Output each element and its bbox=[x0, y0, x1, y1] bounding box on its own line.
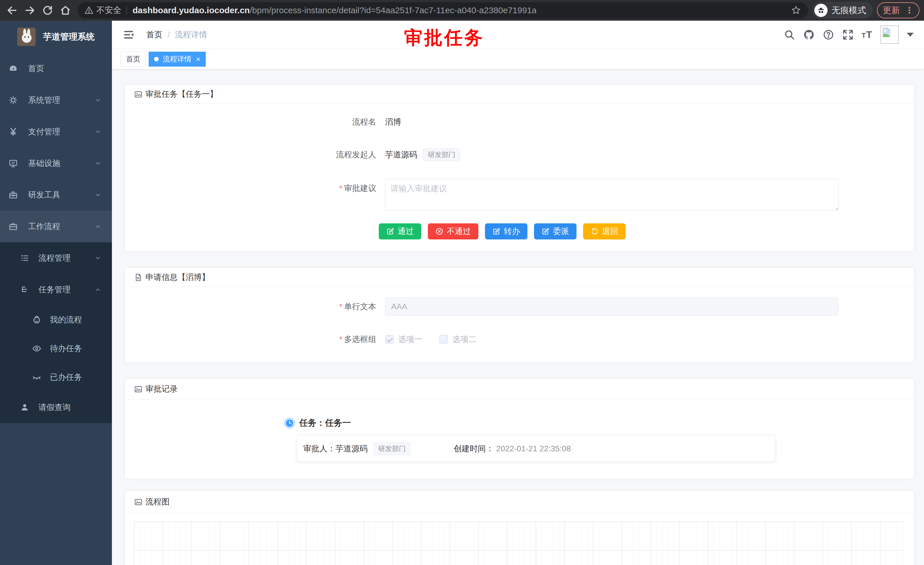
document-icon bbox=[134, 273, 142, 282]
chevron-down-icon bbox=[95, 97, 101, 103]
chevron-down-icon bbox=[95, 129, 101, 135]
face-icon bbox=[32, 315, 41, 325]
clock-icon bbox=[284, 418, 295, 429]
chevron-down-icon bbox=[95, 160, 101, 167]
sidebar-item-done-tasks[interactable]: 已办任务 bbox=[0, 363, 112, 392]
create-time-value: 2022-01-21 22:35:08 bbox=[496, 444, 571, 453]
yen-icon bbox=[9, 127, 18, 136]
card-title: 申请信息【滔博】 bbox=[146, 272, 210, 283]
not-secure-warning-icon bbox=[84, 6, 93, 15]
reject-button[interactable]: 不通过 bbox=[428, 223, 478, 239]
sidebar-item-workflow[interactable]: 工作流程 bbox=[0, 211, 112, 242]
home-icon[interactable] bbox=[60, 5, 71, 16]
sidebar-item-label: 研发工具 bbox=[28, 189, 60, 200]
sidebar-item-label: 请假查询 bbox=[39, 402, 70, 413]
card-title: 审批任务【任务一】 bbox=[146, 89, 218, 100]
sidebar-item-leave-query[interactable]: 请假查询 bbox=[0, 392, 112, 423]
card-title: 审批记录 bbox=[146, 383, 178, 394]
sidebar-item-infra[interactable]: 基础设施 bbox=[0, 147, 112, 179]
tag-close-icon[interactable]: × bbox=[196, 56, 200, 63]
checkbox-option-2[interactable] bbox=[440, 335, 448, 344]
security-label[interactable]: 不安全 bbox=[96, 5, 122, 16]
url-host: dashboard.yudao.iocoder.cn bbox=[133, 6, 250, 15]
chevron-up-icon bbox=[95, 287, 101, 293]
breadcrumb-home-link[interactable]: 首页 bbox=[146, 29, 162, 40]
sidebar-item-label: 首页 bbox=[28, 63, 44, 74]
initiator-label: 流程发起人 bbox=[125, 149, 376, 160]
app-logo-rabbit-avatar bbox=[17, 27, 36, 46]
suggestion-textarea[interactable] bbox=[385, 179, 838, 210]
card-header: 流程图 bbox=[125, 491, 914, 513]
url-path: /bpm/process-instance/detail?id=54aa251f… bbox=[250, 6, 536, 15]
assignee-label: 审批人： bbox=[303, 443, 336, 454]
breadcrumb-separator: / bbox=[168, 30, 170, 39]
back-icon[interactable] bbox=[6, 5, 18, 16]
fullscreen-icon[interactable] bbox=[842, 29, 854, 41]
sidebar-item-process-mgmt[interactable]: 流程管理 bbox=[0, 242, 112, 274]
sidebar-item-todo-tasks[interactable]: 待办任务 bbox=[0, 334, 112, 363]
sidebar-item-label: 我的流程 bbox=[50, 314, 82, 325]
suggestion-label: *审批建议 bbox=[125, 179, 376, 194]
dashboard-icon bbox=[9, 64, 18, 73]
main-content: 审批任务【任务一】 流程名 滔博 流程发起人 芋道源码 研发部门 *审批建议 通… bbox=[112, 69, 924, 565]
tree-icon bbox=[20, 285, 29, 294]
header-actions: TT bbox=[784, 26, 914, 44]
process-name-row: 流程名 滔博 bbox=[125, 116, 914, 128]
browser-update-button[interactable]: 更新 bbox=[877, 2, 920, 18]
sidebar-item-payment[interactable]: 支付管理 bbox=[0, 116, 112, 147]
sidebar-item-label: 系统管理 bbox=[28, 95, 60, 106]
single-text-input[interactable] bbox=[385, 298, 838, 316]
sidebar-item-my-process[interactable]: 我的流程 bbox=[0, 305, 112, 334]
sidebar: 芋道管理系统 首页 系统管理 支付管理 基础设施 研发工具 工作流程 流程管理 bbox=[0, 21, 112, 565]
edit-icon bbox=[386, 227, 394, 236]
sidebar-item-label: 工作流程 bbox=[28, 221, 60, 232]
create-time-label: 创建时间： bbox=[454, 443, 494, 454]
chevron-down-icon bbox=[95, 192, 101, 198]
required-mark: * bbox=[339, 335, 342, 344]
avatar-caret-down-icon[interactable] bbox=[907, 33, 914, 37]
initiator-row: 流程发起人 芋道源码 研发部门 bbox=[125, 149, 914, 161]
task-name-text: 任务：任务一 bbox=[299, 417, 351, 429]
sidebar-collapse-icon[interactable] bbox=[123, 29, 134, 41]
reload-icon[interactable] bbox=[42, 5, 53, 16]
tags-view-bar: 首页 流程详情 × bbox=[112, 49, 924, 69]
user-icon bbox=[20, 403, 29, 412]
card-header: 审批任务【任务一】 bbox=[125, 85, 914, 104]
single-text-row: *单行文本 bbox=[125, 298, 914, 316]
checkbox-group-row: *多选框组 选项一 选项二 bbox=[125, 334, 914, 345]
url-bar[interactable]: 不安全 dashboard.yudao.iocoder.cn/bpm/proce… bbox=[78, 2, 808, 18]
app-title: 芋道管理系统 bbox=[43, 31, 95, 43]
font-size-icon[interactable]: TT bbox=[862, 29, 872, 40]
transfer-button[interactable]: 转办 bbox=[485, 223, 527, 239]
search-icon[interactable] bbox=[784, 29, 795, 41]
app-logo-row[interactable]: 芋道管理系统 bbox=[0, 21, 112, 53]
url-text[interactable]: dashboard.yudao.iocoder.cn/bpm/process-i… bbox=[133, 6, 791, 15]
chevron-down-icon bbox=[95, 255, 101, 261]
approval-record-card: 审批记录 任务：任务一 审批人： 芋道源码 研发部门 创建时间： 2022-01… bbox=[124, 379, 914, 479]
sidebar-item-task-mgmt[interactable]: 任务管理 bbox=[0, 274, 112, 305]
browser-menu-dots-icon[interactable] bbox=[905, 6, 914, 15]
sidebar-item-label: 任务管理 bbox=[39, 284, 70, 295]
sidebar-item-system[interactable]: 系统管理 bbox=[0, 84, 112, 116]
tag-home[interactable]: 首页 bbox=[120, 52, 146, 67]
delegate-button[interactable]: 委派 bbox=[534, 223, 576, 239]
checkbox-option-1[interactable] bbox=[385, 335, 394, 344]
tag-process-detail[interactable]: 流程详情 × bbox=[148, 52, 206, 67]
sidebar-item-devtools[interactable]: 研发工具 bbox=[0, 179, 112, 211]
bpmn-diagram-canvas[interactable] bbox=[134, 521, 905, 565]
help-icon[interactable] bbox=[823, 29, 834, 41]
process-name-label: 流程名 bbox=[125, 117, 376, 128]
rollback-icon bbox=[591, 227, 598, 236]
timeline-task-row: 任务：任务一 bbox=[284, 417, 914, 429]
bookmark-star-icon[interactable] bbox=[791, 5, 801, 15]
workflow-submenu: 流程管理 任务管理 我的流程 待办任务 已办任务 请假查询 bbox=[0, 242, 112, 423]
return-button[interactable]: 退回 bbox=[583, 223, 626, 239]
sidebar-item-home[interactable]: 首页 bbox=[0, 53, 112, 84]
forward-icon[interactable] bbox=[24, 5, 36, 16]
approve-button[interactable]: 通过 bbox=[379, 223, 421, 239]
github-icon[interactable] bbox=[803, 29, 814, 41]
user-avatar-broken-image[interactable] bbox=[880, 26, 899, 44]
update-label[interactable]: 更新 bbox=[883, 5, 900, 17]
picture-icon bbox=[134, 385, 142, 393]
incognito-icon bbox=[814, 4, 828, 17]
